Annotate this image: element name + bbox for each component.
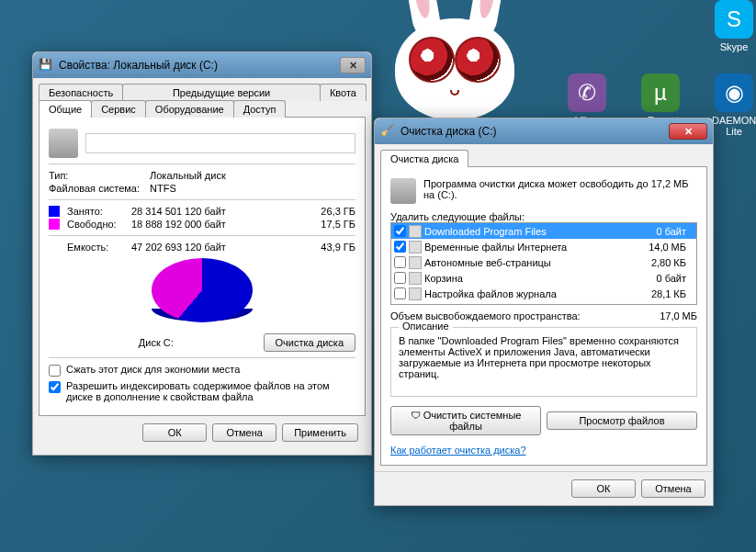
free-swatch [49, 219, 60, 230]
file-size: 28,1 КБ [638, 288, 694, 299]
cancel-button[interactable]: Отмена [641, 479, 705, 498]
tabs-row-bottom: Общие Сервис Оборудование Доступ [39, 100, 366, 118]
description-label: Описание [399, 321, 453, 332]
type-value: Локальный диск [150, 170, 226, 181]
desktop-icon-skype[interactable]: SSkype [712, 0, 756, 52]
file-list[interactable]: Downloaded Program Files0 байтВременные … [390, 222, 697, 305]
description-text: В папке "Downloaded Program Files" време… [399, 335, 689, 389]
file-checkbox[interactable] [394, 256, 406, 268]
cancel-button[interactable]: Отмена [212, 423, 276, 442]
file-row[interactable]: Временные файлы Интернета14,0 МБ [391, 239, 696, 254]
tabs-row-top: Безопасность Предыдущие версии Квота [39, 84, 366, 101]
ok-button[interactable]: ОК [142, 423, 207, 442]
clean-system-button[interactable]: 🛡 Очистить системные файлы [390, 406, 541, 435]
file-checkbox[interactable] [394, 272, 406, 284]
used-swatch [49, 206, 60, 217]
drive-icon [49, 129, 78, 158]
properties-window: 💾 Свойства: Локальный диск (C:) ✕ Безопа… [32, 51, 372, 456]
tab-general[interactable]: Общие [39, 100, 92, 118]
file-row[interactable]: Настройка файлов журнала28,1 КБ [391, 286, 696, 301]
file-size: 0 байт [638, 226, 694, 237]
file-name: Downloaded Program Files [424, 226, 638, 237]
file-size: 0 байт [638, 273, 694, 284]
close-button[interactable]: ✕ [669, 123, 707, 140]
tab-prev-versions[interactable]: Предыдущие версии [122, 84, 321, 101]
compress-checkbox[interactable] [49, 365, 61, 377]
used-gb: 26,3 ГБ [310, 206, 355, 217]
window-title: Свойства: Локальный диск (C:) [59, 59, 218, 72]
description-group: Описание В папке "Downloaded Program Fil… [390, 327, 697, 397]
file-icon [409, 287, 422, 300]
pie-chart [152, 258, 253, 332]
capacity-bytes: 47 202 693 120 байт [131, 242, 310, 253]
titlebar[interactable]: 💾 Свойства: Локальный диск (C:) ✕ [33, 52, 371, 78]
file-icon [409, 256, 422, 269]
cleanup-icon [390, 178, 416, 204]
tab-security[interactable]: Безопасность [39, 84, 123, 101]
index-checkbox[interactable] [49, 381, 61, 393]
file-name: Настройка файлов журнала [424, 288, 638, 299]
file-checkbox[interactable] [394, 287, 406, 299]
type-label: Тип: [49, 170, 150, 181]
how-link[interactable]: Как работает очистка диска? [390, 445, 526, 456]
file-name: Автономные веб-страницы [424, 257, 638, 268]
tab-general-pane: Тип:Локальный диск Файловая система:NTFS… [39, 117, 366, 416]
cleanup-icon: 🧹 [380, 124, 395, 139]
file-icon [409, 272, 422, 285]
label: Skype [720, 41, 749, 52]
file-name: Временные файлы Интернета [424, 242, 638, 253]
intro-text: Программа очистки диска может освободить… [423, 178, 697, 200]
capacity-gb: 43,9 ГБ [310, 242, 355, 253]
index-label: Разрешить индексировать содержимое файло… [66, 380, 355, 402]
daemon-icon: ◉ [715, 73, 753, 112]
disk-caption: Диск C: [49, 337, 264, 348]
tab-tools[interactable]: Сервис [91, 100, 146, 118]
file-row[interactable]: Корзина0 байт [391, 270, 696, 286]
tab-sharing[interactable]: Доступ [233, 100, 287, 118]
fs-label: Файловая система: [49, 183, 150, 194]
cleanup-button[interactable]: Очистка диска [264, 333, 355, 352]
file-icon [409, 225, 422, 238]
tab-cleanup[interactable]: Очистка диска [380, 150, 468, 167]
file-name: Корзина [424, 273, 638, 284]
desktop-icon-daemon[interactable]: ◉DAEMON Lite [712, 73, 756, 137]
tab-hardware[interactable]: Оборудование [145, 100, 234, 118]
compress-label: Сжать этот диск для экономии места [66, 364, 240, 375]
window-title: Очистка диска (C:) [401, 125, 497, 138]
skype-icon: S [715, 0, 753, 39]
file-checkbox[interactable] [394, 225, 406, 237]
file-checkbox[interactable] [394, 241, 406, 253]
delete-label: Удалить следующие файлы: [390, 211, 697, 222]
file-size: 14,0 МБ [638, 242, 694, 253]
utorrent-icon: µ [641, 73, 680, 112]
titlebar[interactable]: 🧹 Очистка диска (C:) ✕ [375, 118, 713, 144]
free-gb: 17,5 ГБ [310, 219, 355, 230]
wallpaper-bunny [395, 18, 514, 119]
volume-label-input[interactable] [85, 133, 355, 153]
free-label: Свободно: [67, 219, 131, 230]
label: DAEMON Lite [712, 115, 756, 137]
file-row[interactable]: Автономные веб-страницы2,80 КБ [391, 254, 696, 270]
ok-button[interactable]: ОК [571, 479, 636, 498]
file-size: 2,80 КБ [638, 257, 694, 268]
used-label: Занято: [67, 206, 131, 217]
used-bytes: 28 314 501 120 байт [131, 206, 310, 217]
free-bytes: 18 888 192 000 байт [131, 219, 310, 230]
phone-icon: ✆ [568, 73, 606, 112]
file-icon [409, 241, 422, 253]
capacity-label: Емкость: [49, 242, 131, 253]
fs-value: NTFS [150, 183, 176, 194]
freed-value: 17,0 МБ [660, 310, 697, 321]
view-files-button[interactable]: Просмотр файлов [547, 411, 697, 430]
file-row[interactable]: Downloaded Program Files0 байт [391, 223, 696, 239]
apply-button[interactable]: Применить [282, 423, 358, 442]
cleanup-window: 🧹 Очистка диска (C:) ✕ Очистка диска Про… [374, 118, 714, 506]
drive-icon: 💾 [39, 58, 53, 73]
tab-quota[interactable]: Квота [320, 84, 367, 101]
cleanup-pane: Программа очистки диска может освободить… [380, 166, 707, 466]
close-button[interactable]: ✕ [340, 57, 366, 73]
